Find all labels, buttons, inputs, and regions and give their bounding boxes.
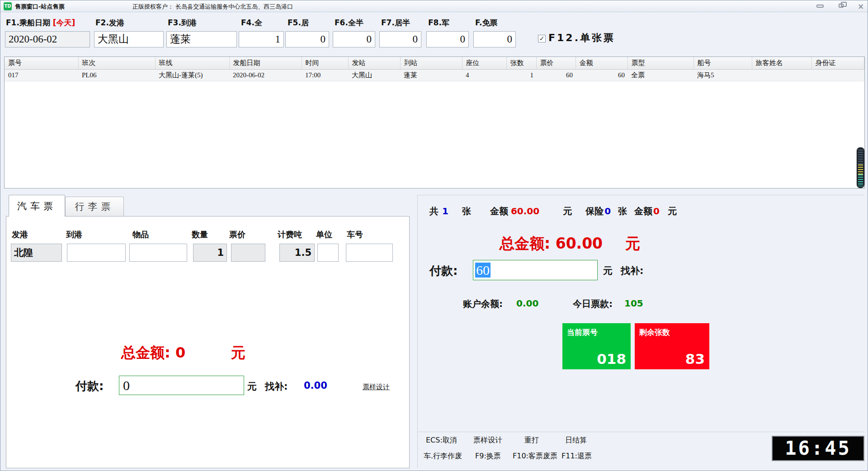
- field-label-sail-date: F1.乘船日期 [今天]: [6, 18, 75, 28]
- qty-input[interactable]: 1: [193, 244, 227, 262]
- full-count-input[interactable]: 1: [239, 31, 284, 47]
- indicator-teal-segment: [858, 174, 863, 186]
- col-sail-date[interactable]: 发船日期: [229, 57, 302, 69]
- plate-input[interactable]: [346, 244, 393, 262]
- col-price[interactable]: 票价: [536, 57, 576, 69]
- cell-ticket-type: 全票: [627, 69, 693, 81]
- label-depart: 发港: [12, 229, 28, 240]
- label-tonnage: 计费吨: [278, 229, 302, 240]
- status-f11-refund[interactable]: F11:退票: [561, 452, 592, 461]
- cell-seat: 4: [462, 69, 506, 81]
- left-pay-currency: 元: [247, 380, 257, 393]
- label-price: 票价: [229, 229, 245, 240]
- status-reprint[interactable]: 重打: [524, 436, 539, 445]
- close-button[interactable]: ×: [855, 3, 867, 10]
- today-value: 105: [624, 298, 643, 309]
- col-ticket-type[interactable]: 票型: [627, 57, 693, 69]
- sail-date-label: F1.乘船日期: [6, 18, 50, 27]
- single-ticket-label: F12.单张票: [548, 31, 615, 45]
- ticket-design-link[interactable]: 票样设计: [363, 383, 390, 391]
- scrollbar-indicator[interactable]: [857, 147, 864, 188]
- status-daily-settlement[interactable]: 日结算: [565, 436, 587, 445]
- right-pay-input[interactable]: 60: [473, 260, 598, 280]
- cell-price: 60: [536, 69, 576, 81]
- close-icon: ×: [855, 3, 867, 10]
- cell-to: 蓬莱: [400, 69, 462, 81]
- checkmark-icon: ✓: [539, 35, 545, 42]
- right-change-label: 找补:: [621, 264, 643, 277]
- minimize-button[interactable]: [814, 3, 826, 10]
- minimize-icon: [816, 5, 824, 8]
- col-ship[interactable]: 船号: [693, 57, 752, 69]
- price-input[interactable]: [231, 244, 265, 262]
- today-label: 今日票款:: [573, 298, 613, 310]
- military-count-input[interactable]: 0: [426, 31, 469, 47]
- col-id-card[interactable]: 身份证: [811, 57, 864, 69]
- status-ticket-design[interactable]: 票样设计: [473, 436, 502, 445]
- left-change-label: 找补:: [265, 380, 288, 393]
- col-to[interactable]: 到站: [400, 57, 462, 69]
- depart-port-input[interactable]: 大黑山: [94, 31, 164, 47]
- restore-button[interactable]: [835, 3, 847, 10]
- field-label-resident-half: F7.居半: [381, 18, 410, 28]
- field-label-depart-port: F2.发港: [95, 18, 124, 28]
- col-amount[interactable]: 金额: [576, 57, 627, 69]
- col-from[interactable]: 发站: [348, 57, 400, 69]
- tab-luggage-ticket[interactable]: 行李票: [65, 197, 124, 217]
- table-row[interactable]: 017 PL06 大黑山-蓬莱(5) 2020-06-02 17:00 大黑山 …: [5, 69, 864, 81]
- col-shift[interactable]: 班次: [78, 57, 155, 69]
- sum-amount-label: 金额: [490, 205, 508, 217]
- field-label-resident: F5.居: [288, 18, 309, 28]
- remaining-tickets-label: 剩余张数: [639, 327, 670, 338]
- insurance-label: 保险: [585, 205, 604, 217]
- col-route[interactable]: 班线: [155, 57, 229, 69]
- label-unit: 单位: [316, 229, 332, 240]
- label-plate: 车号: [347, 229, 363, 240]
- field-label-free-ticket: F.免票: [475, 18, 498, 28]
- goods-input[interactable]: [129, 244, 187, 262]
- sum-amount: 60.00: [511, 206, 539, 217]
- status-f9-exchange[interactable]: F9:换票: [475, 452, 501, 461]
- left-pay-input[interactable]: 0: [119, 376, 244, 395]
- insurance-amount: 0: [653, 206, 660, 217]
- full-half-count-input[interactable]: 0: [333, 31, 375, 47]
- indicator-top-segment: [858, 149, 863, 165]
- col-passenger[interactable]: 旅客姓名: [752, 57, 811, 69]
- balance-label: 账户余额:: [463, 298, 503, 310]
- label-goods: 物品: [132, 229, 149, 240]
- insurance-unit: 张: [618, 205, 627, 217]
- digital-clock: 16:45: [772, 436, 864, 461]
- col-ticket-no[interactable]: 票号: [5, 57, 78, 69]
- cell-amount: 60: [576, 69, 627, 81]
- unit-input[interactable]: [317, 244, 339, 262]
- selected-text: 60: [475, 263, 491, 278]
- sail-date-input[interactable]: 2020-06-02: [5, 31, 90, 47]
- sum-unit: 张: [462, 205, 471, 217]
- tab-car-ticket[interactable]: 汽车票: [9, 195, 65, 217]
- field-label-full-half: F6.全半: [335, 18, 363, 28]
- status-f10-void-ticket[interactable]: F10:客票废票: [513, 452, 557, 461]
- depart-input[interactable]: 北隍: [11, 244, 62, 262]
- status-void-car-luggage[interactable]: 车.行李作废: [424, 452, 462, 461]
- window-title: 售票窗口-站点售票: [15, 3, 64, 11]
- resident-half-count-input[interactable]: 0: [379, 31, 421, 47]
- arrive-port-input[interactable]: 蓬莱: [166, 31, 237, 47]
- insurance-currency: 元: [668, 205, 677, 217]
- free-ticket-count-input[interactable]: 0: [473, 31, 516, 47]
- col-time[interactable]: 时间: [302, 57, 348, 69]
- status-separator: [418, 432, 865, 432]
- col-seat[interactable]: 座位: [462, 57, 506, 69]
- arrive-input[interactable]: [67, 244, 126, 262]
- right-total-currency: 元: [625, 234, 640, 254]
- cell-id-card: [811, 69, 864, 81]
- left-change-value: 0.00: [304, 380, 327, 391]
- tonnage-input[interactable]: 1.5: [279, 244, 315, 262]
- col-count[interactable]: 张数: [506, 57, 536, 69]
- title-bar: TD 售票窗口-站点售票 正版授权客户： 长岛县交通运输服务中心北五岛、西三岛港…: [0, 0, 868, 12]
- single-ticket-checkbox[interactable]: ✓: [538, 35, 546, 42]
- cell-sail-date: 2020-06-02: [229, 69, 302, 81]
- label-arrive: 到港: [66, 229, 82, 240]
- resident-count-input[interactable]: 0: [285, 31, 329, 47]
- status-esc-cancel[interactable]: ECS:取消: [426, 436, 457, 445]
- insurance-amount-label: 金额: [634, 205, 652, 217]
